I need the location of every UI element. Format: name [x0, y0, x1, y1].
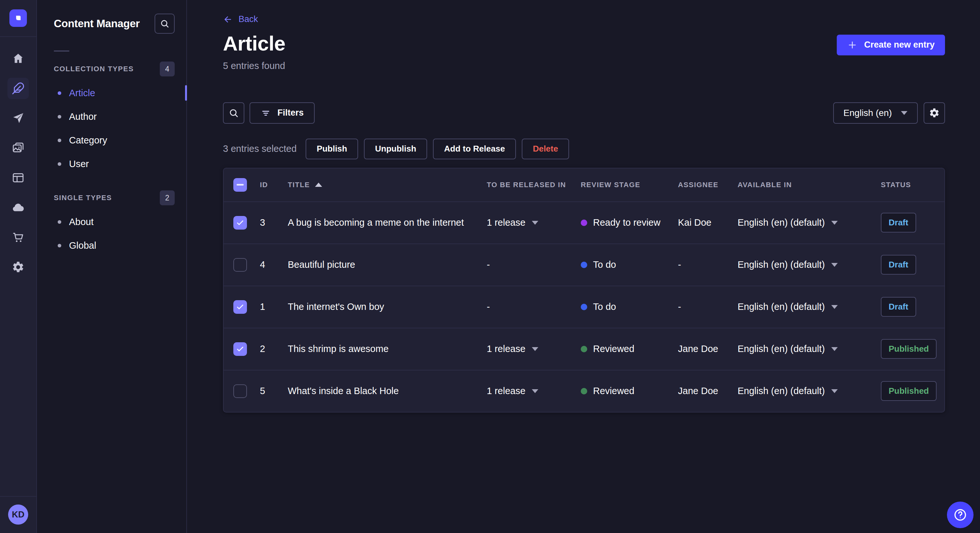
entries-count: 5 entries found — [223, 60, 945, 71]
locale-label: English (en) (default) — [738, 301, 825, 312]
header-status[interactable]: STATUS — [881, 181, 944, 189]
indeterminate-dash-icon — [237, 184, 244, 186]
arrow-left-icon — [223, 14, 233, 24]
back-label: Back — [239, 14, 258, 24]
back-link[interactable]: Back — [223, 14, 258, 24]
add-to-release-button[interactable]: Add to Release — [433, 139, 516, 159]
cell-available-in[interactable]: English (en) (default) — [738, 385, 881, 397]
table-row[interactable]: 1 The internet's Own boy - To do - Engli… — [224, 286, 944, 328]
rail-item-deploy[interactable] — [8, 197, 29, 218]
subnav-search-button[interactable] — [154, 14, 175, 34]
table-row[interactable]: 2 This shrimp is awesome 1 release Revie… — [224, 328, 944, 370]
cell-available-in[interactable]: English (en) (default) — [738, 259, 881, 270]
delete-button[interactable]: Delete — [522, 139, 569, 159]
row-checkbox[interactable] — [233, 216, 247, 230]
subnav-item-user[interactable]: User — [37, 152, 186, 176]
filters-button[interactable]: Filters — [250, 102, 315, 124]
rail-item-releases[interactable] — [8, 108, 29, 129]
cell-assignee: - — [678, 259, 738, 270]
cell-title: A bug is becoming a meme on the internet — [288, 217, 487, 228]
search-icon — [159, 19, 170, 29]
cell-release[interactable]: 1 release — [487, 344, 581, 354]
cell-available-in[interactable]: English (en) (default) — [738, 344, 881, 354]
status-badge: Draft — [881, 297, 916, 317]
locale-select[interactable]: English (en) — [833, 102, 918, 124]
stage-label: Reviewed — [593, 344, 634, 354]
release-caret-icon — [532, 347, 538, 351]
rail-item-media-library[interactable] — [8, 137, 29, 159]
app-root: KD Content Manager COLLECTION TYPES4Arti… — [0, 0, 980, 533]
rail-item-marketplace[interactable] — [8, 227, 29, 248]
list-settings-button[interactable] — [924, 102, 945, 124]
release-label: - — [487, 301, 490, 312]
cell-release[interactable]: 1 release — [487, 217, 581, 228]
search-button[interactable] — [223, 102, 244, 124]
create-new-entry-button[interactable]: Create new entry — [837, 35, 945, 56]
feather-icon — [12, 82, 25, 95]
rail-item-home[interactable] — [8, 48, 29, 69]
row-checkbox[interactable] — [233, 384, 247, 398]
release-caret-icon — [532, 221, 538, 225]
search-icon — [228, 108, 239, 119]
cell-assignee: Jane Doe — [678, 344, 738, 354]
check-icon — [235, 344, 245, 354]
header-to-be-released-in[interactable]: TO BE RELEASED IN — [487, 181, 581, 189]
header-title-label: TITLE — [288, 181, 310, 189]
release-label: 1 release — [487, 217, 525, 228]
title-row: Article Create new entry — [223, 33, 945, 56]
help-button[interactable] — [947, 501, 974, 528]
toolbar: Filters English (en) — [223, 102, 945, 124]
toolbar-right: English (en) — [833, 102, 945, 124]
toolbar-left: Filters — [223, 102, 315, 124]
cell-release[interactable]: - — [487, 259, 581, 270]
row-checkbox[interactable] — [233, 258, 247, 272]
cell-available-in[interactable]: English (en) (default) — [738, 217, 881, 228]
rail-item-content-type-builder[interactable] — [8, 167, 29, 189]
row-checkbox[interactable] — [233, 342, 247, 356]
chevron-down-icon — [901, 111, 907, 115]
unpublish-button[interactable]: Unpublish — [364, 139, 427, 159]
subnav-title: Content Manager — [54, 17, 140, 30]
avatar[interactable]: KD — [8, 504, 28, 525]
cell-release[interactable]: 1 release — [487, 385, 581, 397]
home-icon — [12, 52, 25, 65]
select-all-checkbox[interactable] — [233, 178, 247, 192]
rail-items — [8, 48, 29, 496]
cell-available-in[interactable]: English (en) (default) — [738, 301, 881, 312]
bullet-icon — [58, 162, 61, 166]
strapi-logo[interactable] — [10, 10, 27, 27]
subnav-item-label: Author — [69, 111, 97, 122]
cell-review-stage: Ready to review — [581, 217, 678, 228]
subnav-item-about[interactable]: About — [37, 210, 186, 234]
locale-caret-icon — [831, 221, 838, 225]
bullet-icon — [58, 115, 61, 119]
subnav-item-global[interactable]: Global — [37, 234, 186, 257]
header-assignee[interactable]: ASSIGNEE — [678, 181, 738, 189]
stage-dot-icon — [581, 262, 587, 268]
subnav-item-author[interactable]: Author — [37, 105, 186, 128]
subnav-item-label: About — [69, 217, 94, 227]
table-row[interactable]: 3 A bug is becoming a meme on the intern… — [224, 201, 944, 244]
cell-assignee: Jane Doe — [678, 385, 738, 397]
subnav-item-category[interactable]: Category — [37, 128, 186, 152]
table-row[interactable]: 4 Beautiful picture - To do - English (e… — [224, 244, 944, 286]
rail-item-settings[interactable] — [8, 257, 29, 278]
publish-button[interactable]: Publish — [305, 139, 358, 159]
plus-icon — [847, 40, 858, 50]
header-title[interactable]: TITLE — [288, 181, 487, 189]
paper-plane-icon — [12, 112, 25, 125]
subnav-item-article[interactable]: Article — [37, 81, 186, 105]
header-available-in[interactable]: AVAILABLE IN — [738, 181, 881, 189]
cell-id: 3 — [260, 217, 288, 228]
subnav-item-label: User — [69, 159, 89, 169]
gear-icon — [12, 261, 25, 274]
cell-release[interactable]: - — [487, 301, 581, 312]
header-review-stage[interactable]: REVIEW STAGE — [581, 181, 678, 189]
row-checkbox[interactable] — [233, 300, 247, 314]
rail-item-content-manager[interactable] — [8, 78, 29, 99]
cell-title: What's inside a Black Hole — [288, 385, 487, 397]
stage-dot-icon — [581, 388, 587, 394]
table-row[interactable]: 5 What's inside a Black Hole 1 release R… — [224, 370, 944, 412]
header-id[interactable]: ID — [260, 181, 288, 189]
locale-caret-icon — [831, 389, 838, 393]
